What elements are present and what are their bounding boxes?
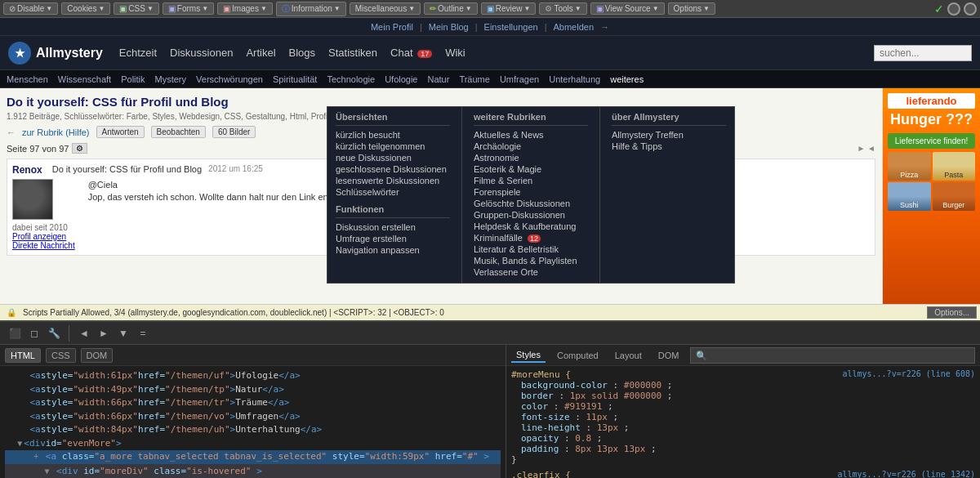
forms-btn[interactable]: ▣ Forms ▼ xyxy=(163,2,214,15)
cat-natur[interactable]: Natur xyxy=(427,74,449,84)
nav-echtzeit[interactable]: Echtzeit xyxy=(119,47,157,59)
viewsource-btn[interactable]: ▣ View Source ▼ xyxy=(590,2,665,15)
style-file-ref-2[interactable]: allmys...?v=r226 (line 1342) xyxy=(837,470,975,478)
beobachten-btn[interactable]: Beobachten xyxy=(151,126,206,138)
cat-unterhaltung[interactable]: Unterhaltung xyxy=(549,74,600,84)
inspect-box-btn[interactable]: ◻ xyxy=(26,325,42,342)
nav-diskussionen[interactable]: Diskussionen xyxy=(170,47,233,59)
cat-umfragen[interactable]: Umfragen xyxy=(500,74,539,84)
nav-forward-btn[interactable]: ► xyxy=(96,325,112,342)
nav-wiki[interactable]: Wiki xyxy=(445,47,466,59)
site-logo[interactable]: ★ Allmystery xyxy=(8,42,103,65)
code-line-8-selected[interactable]: ▼ <div id="moreDiv" class="is-hovered" > xyxy=(5,464,501,479)
status-options-btn[interactable]: Options... xyxy=(927,306,977,319)
devtools-toolbar: ⬛ ◻ 🔧 ◄ ► ▼ = xyxy=(0,322,980,345)
circle-btn-2[interactable] xyxy=(964,2,977,16)
dd-item-filme[interactable]: Filme & Serien xyxy=(474,175,588,186)
mein-profil-link[interactable]: Mein Profil xyxy=(371,22,413,32)
options-btn[interactable]: Options ▼ xyxy=(668,2,715,15)
dt-html-tab[interactable]: HTML xyxy=(5,348,41,363)
dd-item-treffen[interactable]: Allmystery Treffen xyxy=(612,129,726,141)
css-btn[interactable]: ▣ CSS ▼ xyxy=(114,2,158,15)
nav-chat[interactable]: Chat 17 xyxy=(390,47,432,59)
dd-item-kuerzlich-teilgenommen[interactable]: kürzlich teilgenommen xyxy=(336,141,450,152)
information-btn[interactable]: ⓘ Information ▼ xyxy=(276,2,346,16)
cat-wissenschaft[interactable]: Wissenschaft xyxy=(58,74,111,84)
disable-btn[interactable]: ⊘ Disable ▼ xyxy=(3,2,58,15)
dt-dom-tab[interactable]: DOM xyxy=(81,348,114,363)
cat-spiritualitaet[interactable]: Spiritualität xyxy=(273,74,317,84)
cat-ufologie[interactable]: Ufologie xyxy=(385,74,417,84)
antworten-btn[interactable]: Antworten xyxy=(96,126,145,138)
nav-equal-btn[interactable]: = xyxy=(135,325,151,342)
mein-blog-link[interactable]: Mein Blog xyxy=(429,22,469,32)
dd-item-musik[interactable]: Musik, Bands & Playlisten xyxy=(474,255,588,266)
ad-food-grid: Pizza Pasta Sushi Burger xyxy=(888,152,975,211)
cat-technologie[interactable]: Technologie xyxy=(327,74,375,84)
nav-artikel[interactable]: Artikel xyxy=(246,47,275,59)
dd-item-geloeschte[interactable]: Gelöschte Diskussionen xyxy=(474,198,588,209)
profil-anzeigen-link[interactable]: Profil anzeigen xyxy=(12,232,66,241)
cat-menschen[interactable]: Menschen xyxy=(7,74,48,84)
dd-item-aktuelles[interactable]: Aktuelles & News xyxy=(474,129,588,141)
einstellungen-link[interactable]: Einstellungen xyxy=(484,22,538,32)
dd-item-umfrage-erstellen[interactable]: Umfrage erstellen xyxy=(336,233,450,244)
cat-verschwoerungen[interactable]: Verschwörungen xyxy=(196,74,263,84)
nav-back-btn[interactable]: ◄ xyxy=(76,325,92,342)
dd-item-astronomie[interactable]: Astronomie xyxy=(474,152,588,163)
dd-item-kriminalfaelle[interactable]: Kriminalfälle 12 xyxy=(474,232,588,243)
ad-lieferando[interactable]: lieferando Hunger ??? Lieferservice find… xyxy=(883,88,980,304)
dd-item-gruppen[interactable]: Gruppen-Diskussionen xyxy=(474,209,588,221)
expand-evenmore[interactable]: ▼ xyxy=(17,437,22,449)
dd-item-helpdesk[interactable]: Helpdesk & Kaufberatung xyxy=(474,221,588,232)
cat-politik[interactable]: Politik xyxy=(121,74,145,84)
inspect-tools-btn[interactable]: 🔧 xyxy=(46,325,62,342)
main-header: ★ Allmystery Echtzeit Diskussionen Artik… xyxy=(0,36,980,70)
dd-item-esoterik[interactable]: Esoterik & Magie xyxy=(474,163,588,175)
cookies-btn[interactable]: Cookies ▼ xyxy=(61,2,110,15)
dd-item-hilfe[interactable]: Hilfe & Tipps xyxy=(612,141,726,152)
nav-blogs[interactable]: Blogs xyxy=(289,47,316,59)
dd-item-lesenswerte[interactable]: lesenswerte Diskussionen xyxy=(336,175,450,186)
dt-computed-tab[interactable]: Computed xyxy=(552,349,604,362)
ad-cta-btn[interactable]: Lieferservice finden! xyxy=(888,133,975,149)
bilder-btn[interactable]: 60 Bilder xyxy=(212,126,256,138)
breadcrumb-link[interactable]: zur Rubrik (Hilfe) xyxy=(22,127,90,137)
dt-layout-tab[interactable]: Layout xyxy=(610,349,647,362)
dd-item-kuerzlich-besucht[interactable]: kürzlich besucht xyxy=(336,129,450,141)
devtools-search[interactable] xyxy=(690,347,975,364)
dd-item-navigation-anpassen[interactable]: Navigation anpassen xyxy=(336,244,450,256)
cat-mystery[interactable]: Mystery xyxy=(155,74,187,84)
dd-item-diskussion-erstellen[interactable]: Diskussion erstellen xyxy=(336,221,450,233)
code-line-1: <a style="width:61px" href="/themen/uf" … xyxy=(5,369,501,383)
dd-item-forenspiele[interactable]: Forenspiele xyxy=(474,186,588,198)
inspect-cursor-btn[interactable]: ⬛ xyxy=(7,325,23,342)
dd-item-schluessel[interactable]: Schlüsselwörter xyxy=(336,186,450,198)
style-file-ref-1[interactable]: allmys...?v=r226 (line 608) xyxy=(842,369,975,378)
dd-item-archaeologie[interactable]: Archäologie xyxy=(474,141,588,152)
tools-btn[interactable]: ⚙ Tools ▼ xyxy=(539,2,586,15)
pagination-settings-btn[interactable]: ⚙ xyxy=(72,143,87,154)
abmelden-link[interactable]: Abmelden xyxy=(553,22,594,32)
direkte-nachricht-link[interactable]: Direkte Nachricht xyxy=(12,241,75,250)
nav-down-btn[interactable]: ▼ xyxy=(115,325,131,342)
cat-traeume[interactable]: Träume xyxy=(459,74,490,84)
expand-anchor[interactable]: + xyxy=(33,452,38,461)
dd-item-verlassene[interactable]: Verlassene Orte xyxy=(474,266,588,278)
outline-btn[interactable]: ✏ Outline ▼ xyxy=(424,2,478,15)
dd-item-geschlossene[interactable]: geschlossene Diskussionen xyxy=(336,163,450,175)
dt-dom-tab-right[interactable]: DOM xyxy=(653,349,684,362)
dt-css-tab[interactable]: CSS xyxy=(46,348,76,363)
nav-statistiken[interactable]: Statistiken xyxy=(328,47,377,59)
review-btn[interactable]: ▣ Review ▼ xyxy=(481,2,537,15)
cat-weiteres[interactable]: weiteres xyxy=(610,74,644,84)
circle-btn-1[interactable] xyxy=(947,2,960,16)
dt-styles-tab[interactable]: Styles xyxy=(511,348,546,363)
expand-morediv[interactable]: ▼ xyxy=(44,467,49,476)
search-input[interactable] xyxy=(874,45,972,61)
images-btn[interactable]: ▣ Images ▼ xyxy=(217,2,273,15)
dd-item-literatur[interactable]: Literatur & Belletristik xyxy=(474,243,588,255)
misc-btn[interactable]: Miscellaneous ▼ xyxy=(350,2,421,15)
dd-item-neue[interactable]: neue Diskussionen xyxy=(336,152,450,163)
post-username[interactable]: Renox xyxy=(12,164,42,176)
